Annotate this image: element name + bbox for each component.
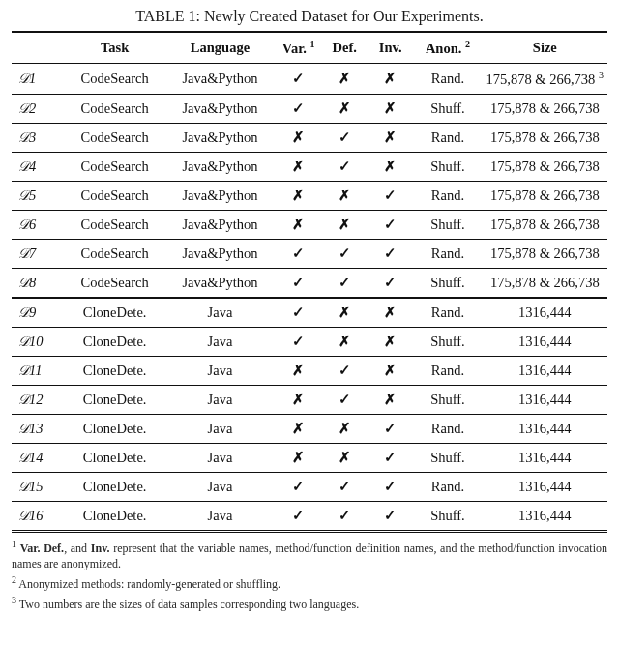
size-cell: 175,878 & 266,738 <box>483 239 607 268</box>
dataset-id: 𝒟10 <box>12 327 65 356</box>
anon-cell: Rand. <box>413 472 482 501</box>
dataset-id: 𝒟6 <box>12 210 65 239</box>
size-cell: 175,878 & 266,738 <box>483 210 607 239</box>
footnote-3-sup: 3 <box>12 595 16 605</box>
size-cell: 1316,444 <box>483 356 607 385</box>
dataset-id: 𝒟12 <box>12 385 65 414</box>
task-cell: CloneDete. <box>65 472 164 501</box>
var-cell: ✓ <box>276 501 322 531</box>
language-cell: Java&Python <box>164 152 276 181</box>
footnote-2-text: Anonymized methods: randomly-generated o… <box>18 577 280 591</box>
dataset-id: 𝒟5 <box>12 181 65 210</box>
task-cell: CodeSearch <box>65 181 164 210</box>
task-cell: CloneDete. <box>65 385 164 414</box>
language-cell: Java <box>164 298 276 328</box>
table-row: 𝒟5CodeSearchJava&Python✗✗✓Rand.175,878 &… <box>12 181 607 210</box>
dataset-id: 𝒟14 <box>12 443 65 472</box>
anon-cell: Shuff. <box>413 94 482 123</box>
var-cell: ✗ <box>276 356 322 385</box>
inv-cell: ✓ <box>368 472 413 501</box>
table-row: 𝒟12CloneDete.Java✗✓✗Shuff.1316,444 <box>12 385 607 414</box>
dataset-id: 𝒟4 <box>12 152 65 181</box>
col-header-language: Language <box>164 32 276 63</box>
anon-cell: Shuff. <box>413 268 482 298</box>
inv-cell: ✓ <box>368 268 413 298</box>
task-cell: CloneDete. <box>65 298 164 328</box>
col-header-task: Task <box>65 32 164 63</box>
inv-cell: ✓ <box>368 414 413 443</box>
task-cell: CodeSearch <box>65 239 164 268</box>
anon-cell: Shuff. <box>413 501 482 531</box>
task-cell: CloneDete. <box>65 356 164 385</box>
language-cell: Java <box>164 356 276 385</box>
dataset-id: 𝒟13 <box>12 414 65 443</box>
anon-cell: Shuff. <box>413 327 482 356</box>
task-cell: CloneDete. <box>65 501 164 531</box>
table-row: 𝒟10CloneDete.Java✓✗✗Shuff.1316,444 <box>12 327 607 356</box>
col-header-id <box>12 32 65 63</box>
table-row: 𝒟4CodeSearchJava&Python✗✓✗Shuff.175,878 … <box>12 152 607 181</box>
inv-cell: ✗ <box>368 152 413 181</box>
dataset-id: 𝒟3 <box>12 123 65 152</box>
inv-cell: ✗ <box>368 94 413 123</box>
anon-cell: Shuff. <box>413 152 482 181</box>
size-cell: 1316,444 <box>483 327 607 356</box>
language-cell: Java <box>164 327 276 356</box>
size-cell: 1316,444 <box>483 501 607 531</box>
dataset-id: 𝒟16 <box>12 501 65 531</box>
dataset-id: 𝒟15 <box>12 472 65 501</box>
var-cell: ✓ <box>276 268 322 298</box>
dataset-id: 𝒟11 <box>12 356 65 385</box>
anon-cell: Rand. <box>413 414 482 443</box>
size-cell: 175,878 & 266,738 <box>483 268 607 298</box>
size-cell: 175,878 & 266,738 <box>483 181 607 210</box>
inv-cell: ✓ <box>368 239 413 268</box>
table-row: 𝒟1CodeSearchJava&Python✓✗✗Rand.175,878 &… <box>12 63 607 94</box>
inv-cell: ✗ <box>368 298 413 328</box>
size-cell: 1316,444 <box>483 385 607 414</box>
footnote-1: 1 Var. Def., and Inv. represent that the… <box>12 538 607 571</box>
table-row: 𝒟13CloneDete.Java✗✗✓Rand.1316,444 <box>12 414 607 443</box>
footnote-2-sup: 2 <box>12 574 16 585</box>
language-cell: Java&Python <box>164 239 276 268</box>
var-cell: ✗ <box>276 152 322 181</box>
language-cell: Java <box>164 472 276 501</box>
inv-cell: ✗ <box>368 356 413 385</box>
task-cell: CodeSearch <box>65 152 164 181</box>
def-cell: ✗ <box>322 443 368 472</box>
task-cell: CloneDete. <box>65 414 164 443</box>
table-row: 𝒟16CloneDete.Java✓✓✓Shuff.1316,444 <box>12 501 607 531</box>
task-cell: CloneDete. <box>65 443 164 472</box>
def-cell: ✗ <box>322 94 368 123</box>
table-row: 𝒟2CodeSearchJava&Python✓✗✗Shuff.175,878 … <box>12 94 607 123</box>
size-cell: 175,878 & 266,738 3 <box>483 63 607 94</box>
language-cell: Java&Python <box>164 123 276 152</box>
inv-cell: ✗ <box>368 385 413 414</box>
def-cell: ✓ <box>322 472 368 501</box>
inv-cell: ✗ <box>368 327 413 356</box>
anon-cell: Shuff. <box>413 385 482 414</box>
language-cell: Java&Python <box>164 210 276 239</box>
dataset-id: 𝒟8 <box>12 268 65 298</box>
def-cell: ✗ <box>322 63 368 94</box>
task-cell: CodeSearch <box>65 63 164 94</box>
language-cell: Java <box>164 414 276 443</box>
size-cell: 1316,444 <box>483 298 607 328</box>
inv-cell: ✗ <box>368 123 413 152</box>
dataset-id: 𝒟9 <box>12 298 65 328</box>
def-cell: ✓ <box>322 356 368 385</box>
def-cell: ✗ <box>322 210 368 239</box>
anon-cell: Shuff. <box>413 443 482 472</box>
anon-cell: Rand. <box>413 298 482 328</box>
language-cell: Java&Python <box>164 94 276 123</box>
def-cell: ✓ <box>322 501 368 531</box>
col-header-inv: Inv. <box>368 32 413 63</box>
var-cell: ✗ <box>276 443 322 472</box>
footnote-3-text: Two numbers are the sizes of data sample… <box>19 598 359 611</box>
def-cell: ✗ <box>322 414 368 443</box>
var-cell: ✓ <box>276 239 322 268</box>
table-row: 𝒟15CloneDete.Java✓✓✓Rand.1316,444 <box>12 472 607 501</box>
var-cell: ✗ <box>276 181 322 210</box>
def-cell: ✓ <box>322 123 368 152</box>
language-cell: Java&Python <box>164 181 276 210</box>
